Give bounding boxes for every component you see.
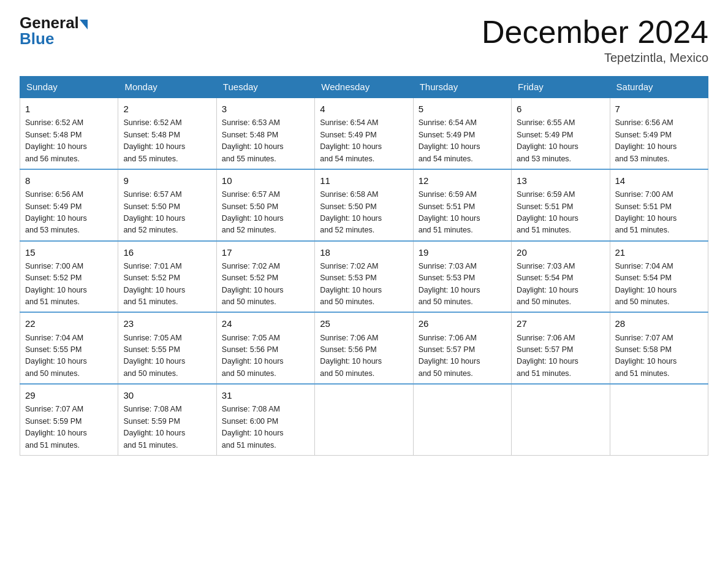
calendar-cell: 19Sunrise: 7:03 AMSunset: 5:53 PMDayligh…: [413, 241, 511, 313]
location: Tepetzintla, Mexico: [482, 51, 708, 65]
col-thursday: Thursday: [413, 77, 511, 98]
calendar-cell: 26Sunrise: 7:06 AMSunset: 5:57 PMDayligh…: [413, 312, 511, 384]
calendar-cell: [512, 384, 610, 455]
day-info: Sunrise: 6:55 AMSunset: 5:49 PMDaylight:…: [517, 118, 578, 163]
day-number: 27: [517, 316, 604, 331]
day-number: 7: [615, 102, 703, 116]
calendar-cell: 4Sunrise: 6:54 AMSunset: 5:49 PMDaylight…: [315, 98, 413, 169]
day-number: 9: [123, 174, 211, 188]
day-number: 14: [615, 174, 703, 188]
calendar-cell: 30Sunrise: 7:08 AMSunset: 5:59 PMDayligh…: [118, 384, 216, 455]
calendar-cell: 5Sunrise: 6:54 AMSunset: 5:49 PMDaylight…: [413, 98, 511, 169]
calendar-cell: [413, 384, 511, 455]
day-number: 20: [517, 245, 604, 259]
day-info: Sunrise: 7:07 AMSunset: 5:58 PMDaylight:…: [615, 334, 677, 378]
calendar-cell: 10Sunrise: 6:57 AMSunset: 5:50 PMDayligh…: [216, 169, 314, 241]
day-number: 23: [123, 316, 211, 331]
day-info: Sunrise: 7:07 AMSunset: 5:59 PMDaylight:…: [25, 405, 87, 449]
calendar-table: Sunday Monday Tuesday Wednesday Thursday…: [20, 76, 708, 456]
col-saturday: Saturday: [610, 77, 708, 98]
calendar-cell: 17Sunrise: 7:02 AMSunset: 5:52 PMDayligh…: [216, 241, 314, 313]
day-info: Sunrise: 6:54 AMSunset: 5:49 PMDaylight:…: [419, 118, 480, 163]
day-info: Sunrise: 7:08 AMSunset: 5:59 PMDaylight:…: [123, 405, 185, 449]
day-number: 16: [123, 245, 211, 259]
day-info: Sunrise: 7:02 AMSunset: 5:53 PMDaylight:…: [320, 262, 382, 306]
calendar-cell: 28Sunrise: 7:07 AMSunset: 5:58 PMDayligh…: [610, 312, 708, 384]
calendar-cell: 23Sunrise: 7:05 AMSunset: 5:55 PMDayligh…: [118, 312, 216, 384]
title-block: December 2024 Tepetzintla, Mexico: [482, 15, 708, 65]
calendar-cell: 29Sunrise: 7:07 AMSunset: 5:59 PMDayligh…: [20, 384, 118, 455]
page-header: General Blue December 2024 Tepetzintla, …: [20, 15, 708, 65]
day-info: Sunrise: 7:01 AMSunset: 5:52 PMDaylight:…: [123, 262, 185, 306]
calendar-cell: 27Sunrise: 7:06 AMSunset: 5:57 PMDayligh…: [512, 312, 610, 384]
day-info: Sunrise: 6:56 AMSunset: 5:49 PMDaylight:…: [615, 118, 677, 163]
day-number: 22: [25, 316, 113, 331]
day-info: Sunrise: 7:03 AMSunset: 5:53 PMDaylight:…: [419, 262, 480, 306]
day-info: Sunrise: 7:04 AMSunset: 5:54 PMDaylight:…: [615, 262, 677, 306]
col-wednesday: Wednesday: [315, 77, 413, 98]
day-number: 12: [419, 174, 506, 188]
day-number: 29: [25, 388, 113, 402]
day-info: Sunrise: 7:06 AMSunset: 5:57 PMDaylight:…: [419, 334, 480, 378]
calendar-week-5: 29Sunrise: 7:07 AMSunset: 5:59 PMDayligh…: [20, 384, 708, 455]
day-info: Sunrise: 7:06 AMSunset: 5:56 PMDaylight:…: [320, 334, 382, 378]
day-number: 15: [25, 245, 113, 259]
calendar-body: 1Sunrise: 6:52 AMSunset: 5:48 PMDaylight…: [20, 98, 708, 455]
day-number: 19: [419, 245, 506, 259]
logo: General Blue: [20, 15, 88, 48]
day-info: Sunrise: 7:05 AMSunset: 5:55 PMDaylight:…: [123, 334, 185, 378]
calendar-cell: 13Sunrise: 6:59 AMSunset: 5:51 PMDayligh…: [512, 169, 610, 241]
calendar-cell: [610, 384, 708, 455]
calendar-cell: 6Sunrise: 6:55 AMSunset: 5:49 PMDaylight…: [512, 98, 610, 169]
logo-arrow-icon: [80, 20, 88, 29]
day-info: Sunrise: 6:52 AMSunset: 5:48 PMDaylight:…: [123, 118, 185, 163]
day-info: Sunrise: 6:58 AMSunset: 5:50 PMDaylight:…: [320, 190, 382, 234]
day-info: Sunrise: 7:00 AMSunset: 5:52 PMDaylight:…: [25, 262, 87, 306]
calendar-cell: 12Sunrise: 6:59 AMSunset: 5:51 PMDayligh…: [413, 169, 511, 241]
calendar-cell: 22Sunrise: 7:04 AMSunset: 5:55 PMDayligh…: [20, 312, 118, 384]
calendar-week-4: 22Sunrise: 7:04 AMSunset: 5:55 PMDayligh…: [20, 312, 708, 384]
col-sunday: Sunday: [20, 77, 118, 98]
day-number: 8: [25, 174, 113, 188]
day-number: 4: [320, 102, 408, 116]
day-number: 28: [615, 316, 703, 331]
day-info: Sunrise: 7:06 AMSunset: 5:57 PMDaylight:…: [517, 334, 578, 378]
calendar-cell: 11Sunrise: 6:58 AMSunset: 5:50 PMDayligh…: [315, 169, 413, 241]
day-number: 31: [222, 388, 309, 402]
day-number: 21: [615, 245, 703, 259]
day-number: 10: [222, 174, 309, 188]
calendar-cell: 15Sunrise: 7:00 AMSunset: 5:52 PMDayligh…: [20, 241, 118, 313]
calendar-week-3: 15Sunrise: 7:00 AMSunset: 5:52 PMDayligh…: [20, 241, 708, 313]
calendar-cell: 18Sunrise: 7:02 AMSunset: 5:53 PMDayligh…: [315, 241, 413, 313]
day-info: Sunrise: 6:53 AMSunset: 5:48 PMDaylight:…: [222, 118, 284, 163]
day-number: 25: [320, 316, 408, 331]
day-info: Sunrise: 6:52 AMSunset: 5:48 PMDaylight:…: [25, 118, 87, 163]
calendar-cell: 9Sunrise: 6:57 AMSunset: 5:50 PMDaylight…: [118, 169, 216, 241]
day-number: 30: [123, 388, 211, 402]
calendar-cell: 24Sunrise: 7:05 AMSunset: 5:56 PMDayligh…: [216, 312, 314, 384]
day-info: Sunrise: 7:00 AMSunset: 5:51 PMDaylight:…: [615, 190, 677, 234]
calendar-cell: 16Sunrise: 7:01 AMSunset: 5:52 PMDayligh…: [118, 241, 216, 313]
col-tuesday: Tuesday: [216, 77, 314, 98]
day-number: 2: [123, 102, 211, 116]
day-number: 17: [222, 245, 309, 259]
day-info: Sunrise: 6:54 AMSunset: 5:49 PMDaylight:…: [320, 118, 382, 163]
day-number: 13: [517, 174, 604, 188]
day-info: Sunrise: 6:59 AMSunset: 5:51 PMDaylight:…: [517, 190, 578, 234]
calendar-week-2: 8Sunrise: 6:56 AMSunset: 5:49 PMDaylight…: [20, 169, 708, 241]
calendar-cell: 31Sunrise: 7:08 AMSunset: 6:00 PMDayligh…: [216, 384, 314, 455]
month-title: December 2024: [482, 15, 708, 50]
day-number: 11: [320, 174, 408, 188]
day-info: Sunrise: 6:59 AMSunset: 5:51 PMDaylight:…: [419, 190, 480, 234]
day-number: 6: [517, 102, 604, 116]
day-number: 24: [222, 316, 309, 331]
day-info: Sunrise: 6:57 AMSunset: 5:50 PMDaylight:…: [222, 190, 284, 234]
day-info: Sunrise: 7:05 AMSunset: 5:56 PMDaylight:…: [222, 334, 284, 378]
day-info: Sunrise: 6:56 AMSunset: 5:49 PMDaylight:…: [25, 190, 87, 234]
col-friday: Friday: [512, 77, 610, 98]
day-number: 5: [419, 102, 506, 116]
calendar-cell: 7Sunrise: 6:56 AMSunset: 5:49 PMDaylight…: [610, 98, 708, 169]
calendar-cell: 21Sunrise: 7:04 AMSunset: 5:54 PMDayligh…: [610, 241, 708, 313]
calendar-cell: 25Sunrise: 7:06 AMSunset: 5:56 PMDayligh…: [315, 312, 413, 384]
calendar-cell: 20Sunrise: 7:03 AMSunset: 5:54 PMDayligh…: [512, 241, 610, 313]
